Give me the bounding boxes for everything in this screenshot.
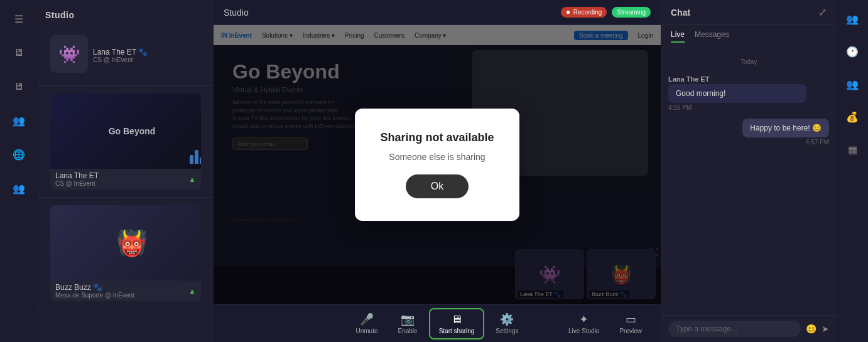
chat-tabs: Live Messages <box>661 25 837 48</box>
left-sidebar: ☰ 🖥 🖥 👥 🌐 👥 <box>0 0 38 342</box>
sharing-not-available-modal: Sharing not available Someone else is sh… <box>355 109 519 221</box>
sidebar-monitor-icon[interactable]: 🖥 <box>8 75 30 98</box>
modal-title: Sharing not available <box>380 131 494 144</box>
list-item[interactable]: Go Beyond Lana The ET CS @ InEvent ▲ <box>38 86 214 198</box>
modal-ok-button[interactable]: Ok <box>406 174 469 198</box>
bottom-toolbar: 🎤 Unmute 📷 Enable 🖥 Start sharing ⚙️ Set… <box>214 304 661 342</box>
date-divider: Today <box>668 58 829 65</box>
right-icons-panel: 👥 🕐 👥 💰 ▦ <box>837 0 868 342</box>
participants-panel: Studio 👾 Lana The ET 🐾 CS @ InEvent Go B… <box>38 0 214 342</box>
sidebar-screen-icon[interactable]: 🖥 <box>8 41 30 64</box>
chat-message: Happy to be here! 😊 4:57 PM <box>668 119 829 146</box>
settings-icon: ⚙️ <box>500 313 514 326</box>
streaming-badge: Streaming <box>612 7 651 18</box>
participant-name: Lana The ET 🐾 <box>93 48 148 56</box>
tab-live[interactable]: Live <box>671 30 685 43</box>
chat-input[interactable] <box>668 321 801 337</box>
avatar: 👾 <box>50 35 88 73</box>
start-sharing-button[interactable]: 🖥 Start sharing <box>429 308 485 339</box>
recording-badge: ⏺ Recording <box>561 7 607 18</box>
signal-icon: ▲ <box>188 287 196 296</box>
message-sender: Lana The ET <box>668 75 829 83</box>
modal-subtitle: Someone else is sharing <box>389 152 485 162</box>
settings-button[interactable]: ⚙️ Settings <box>487 309 527 338</box>
top-bar: Studio ⏺ Recording Streaming <box>214 0 661 25</box>
message-time: 4:57 PM <box>806 139 829 146</box>
right-participants-icon[interactable]: 👥 <box>841 8 864 30</box>
right-clock-icon[interactable]: 🕐 <box>841 40 864 63</box>
live-studio-icon: ✦ <box>579 313 589 326</box>
preview-icon: ▭ <box>626 313 636 326</box>
send-icon[interactable]: ➤ <box>822 324 829 334</box>
right-people-icon[interactable]: 👥 <box>841 73 864 95</box>
enable-icon: 📷 <box>401 313 415 326</box>
chat-messages: Today Lana The ET Good morning! 4:56 PM … <box>661 48 837 315</box>
video-area: IN InEvent Solutions ▾ Industries ▾ Pric… <box>214 25 661 304</box>
chat-title: Chat <box>671 8 690 18</box>
chat-expand-icon[interactable]: ⤢ <box>818 6 827 18</box>
status-badges: ⏺ Recording Streaming <box>561 7 651 18</box>
sidebar-globe-icon[interactable]: 🌐 <box>8 143 30 166</box>
modal-overlay: Sharing not available Someone else is sh… <box>214 25 661 304</box>
participant-role: Mesa de Suporte @ InEvent <box>55 292 134 299</box>
main-area: Studio ⏺ Recording Streaming IN InEvent … <box>214 0 661 342</box>
message-bubble: Happy to be here! 😊 <box>742 119 829 137</box>
participant-name: Buzz Buzz 🐾 <box>55 283 134 292</box>
toolbar-right-actions: ✦ Live Studio ▭ Preview <box>560 309 651 338</box>
studio-title: Studio <box>224 8 249 18</box>
emoji-icon[interactable]: 😊 <box>806 324 816 334</box>
participant-name: Lana The ET <box>55 171 99 180</box>
chat-message: Lana The ET Good morning! 4:56 PM <box>668 75 829 111</box>
sidebar-group-icon[interactable]: 👥 <box>8 177 30 200</box>
participant-thumbnail: 👹 Buzz Buzz 🐾 Mesa de Suporte @ InEvent … <box>50 205 201 301</box>
participant-role: CS @ InEvent <box>55 180 99 187</box>
participant-role: CS @ InEvent <box>93 56 148 63</box>
message-time: 4:56 PM <box>668 104 829 111</box>
unmute-button[interactable]: 🎤 Unmute <box>347 309 387 338</box>
message-bubble: Good morning! <box>668 84 806 103</box>
signal-icon: ▲ <box>188 175 196 184</box>
unmute-icon: 🎤 <box>360 313 374 326</box>
sidebar-people-icon[interactable]: 👥 <box>8 109 30 132</box>
right-money-icon[interactable]: 💰 <box>841 105 864 128</box>
sidebar-menu-icon[interactable]: ☰ <box>8 8 30 30</box>
list-item[interactable]: 👹 Buzz Buzz 🐾 Mesa de Suporte @ InEvent … <box>38 198 214 309</box>
chat-input-area: 😊 ➤ <box>661 315 837 342</box>
preview-button[interactable]: ▭ Preview <box>610 309 651 338</box>
tab-messages[interactable]: Messages <box>695 30 729 43</box>
thumbnail-text: Go Beyond <box>109 126 156 136</box>
chat-panel: Chat ⤢ Live Messages Today Lana The ET G… <box>661 0 837 342</box>
share-screen-icon: 🖥 <box>451 313 462 326</box>
enable-button[interactable]: 📷 Enable <box>389 309 426 338</box>
participant-thumbnail: Go Beyond Lana The ET CS @ InEvent ▲ <box>50 94 201 190</box>
list-item[interactable]: 👾 Lana The ET 🐾 CS @ InEvent <box>38 25 214 86</box>
chat-header: Chat ⤢ <box>661 0 837 25</box>
participants-header: Studio <box>38 0 214 25</box>
right-grid-icon[interactable]: ▦ <box>841 138 864 161</box>
live-studio-button[interactable]: ✦ Live Studio <box>560 309 608 338</box>
